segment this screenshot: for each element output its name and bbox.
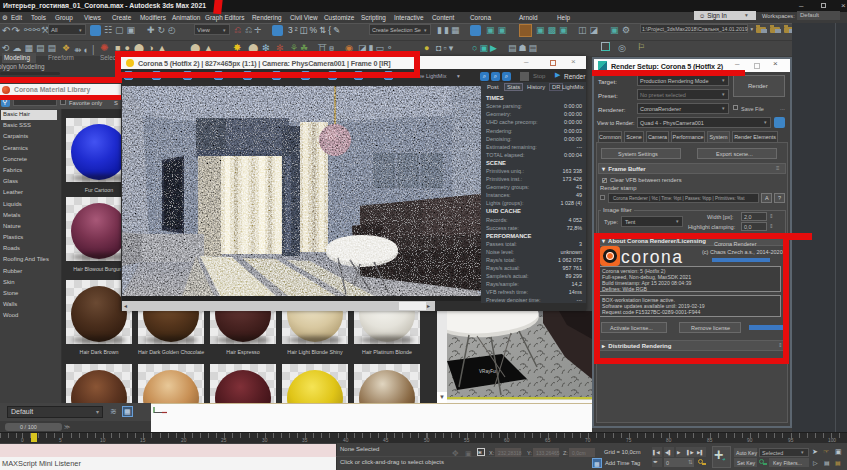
svg-text:VRayFur: VRayFur bbox=[479, 369, 498, 374]
